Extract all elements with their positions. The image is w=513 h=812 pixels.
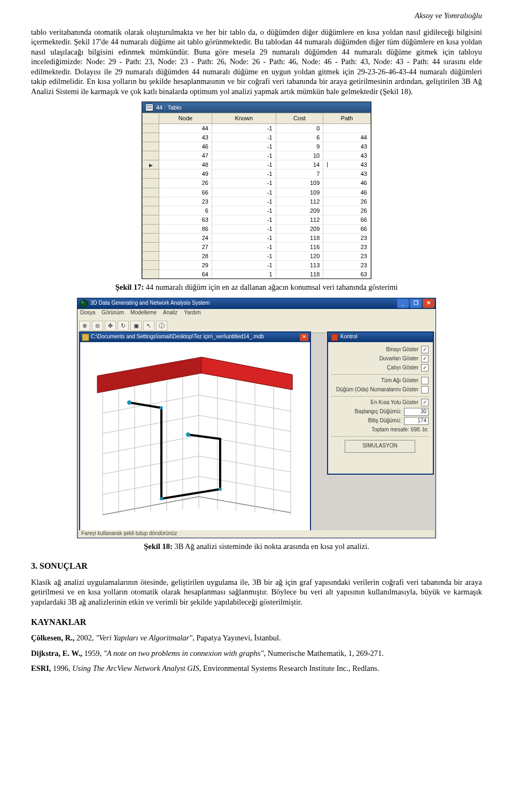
- cell-path: 26: [323, 206, 371, 215]
- zoomin-icon[interactable]: ⊕: [79, 321, 90, 331]
- row-selector[interactable]: [143, 160, 159, 169]
- identify-icon[interactable]: ⓘ: [156, 321, 167, 331]
- row-selector[interactable]: [143, 252, 159, 261]
- chk-bina[interactable]: ✓: [421, 346, 429, 353]
- cell-node: 23: [159, 197, 212, 206]
- cell-node: 6: [159, 206, 212, 215]
- ref1-year: 2002,: [74, 633, 96, 642]
- start-node-label: Başlangıç Düğümü:: [355, 408, 401, 415]
- cell-known: -1: [212, 179, 276, 188]
- chk-tumag-label: Tüm Ağı Göster: [381, 377, 418, 384]
- cell-known: -1: [212, 233, 276, 242]
- fig18-caption-label: Şekil 18:: [144, 542, 173, 551]
- kontrol-title: Kontrol: [340, 334, 357, 341]
- rotate-icon[interactable]: ↻: [118, 321, 129, 331]
- col-node: Node: [159, 113, 212, 123]
- fig17-title-text: 44 : Tablo: [156, 104, 182, 111]
- chk-tumag[interactable]: [421, 377, 429, 384]
- doc-close-button[interactable]: ✕: [300, 334, 308, 341]
- row-selector[interactable]: [143, 215, 159, 224]
- row-selector[interactable]: [143, 179, 159, 188]
- running-head-authors: Aksoy ve Yomralıoğlu: [31, 11, 482, 21]
- row-selector[interactable]: [143, 197, 159, 206]
- row-selector[interactable]: [143, 188, 159, 197]
- row-selector[interactable]: [143, 151, 159, 160]
- row-selector[interactable]: [143, 133, 159, 142]
- total-distance-text: Toplam mesafe: 698. br.: [371, 427, 429, 434]
- pan-icon[interactable]: ✥: [105, 321, 116, 331]
- section-sonuclar: 3. SONUÇLAR: [31, 561, 482, 571]
- ref3-title: Using The ArcView Network Analyst GIS: [72, 664, 199, 672]
- maximize-button[interactable]: ❐: [410, 299, 422, 308]
- menu-gorunum[interactable]: Görünüm: [102, 310, 124, 319]
- row-selector[interactable]: [143, 224, 159, 233]
- body-paragraph-3: Klasik ağ analizi uygulamalarının ötesin…: [31, 577, 482, 607]
- svg-point-17: [219, 488, 222, 491]
- cell-path: 23: [323, 252, 371, 261]
- row-selector[interactable]: [143, 242, 159, 251]
- minimize-button[interactable]: _: [397, 299, 409, 308]
- fig18-caption-text: 3B Ağ analizi sisteminde iki nokta arası…: [173, 542, 369, 551]
- start-node-input[interactable]: 30: [404, 408, 429, 416]
- ref2-rest: , Numerische Mathematik, 1, 269-271.: [264, 649, 384, 658]
- cell-known: -1: [212, 206, 276, 215]
- row-selector[interactable]: [143, 123, 159, 133]
- zoomout-icon[interactable]: ⊖: [92, 321, 103, 331]
- cell-node: 64: [159, 270, 212, 279]
- cell-known: -1: [212, 224, 276, 233]
- menu-modelleme[interactable]: Modelleme: [130, 310, 157, 319]
- cell-path: 66: [323, 224, 371, 233]
- chk-odanum[interactable]: [421, 386, 429, 393]
- ref3-year: 1996,: [51, 664, 72, 672]
- cell-path: 43: [323, 142, 371, 151]
- end-node-input[interactable]: 174: [404, 417, 429, 425]
- cell-node: 43: [159, 133, 212, 142]
- cell-cost: 118: [276, 233, 323, 242]
- ref-esri: ESRI, 1996, Using The ArcView Network An…: [31, 663, 482, 674]
- close-button[interactable]: ✕: [423, 299, 434, 308]
- fig18-doc-title: C:\Documents and Settings\ismail\Desktop…: [91, 334, 264, 341]
- row-selector[interactable]: [143, 169, 159, 179]
- simulasyon-button[interactable]: SIMULASYON: [345, 440, 415, 453]
- ref2-author: Dijkstra, E. W.,: [31, 649, 82, 658]
- rowselector-header: [143, 113, 159, 123]
- fig17-caption: Şekil 17: 44 numaralı düğüm için en az d…: [31, 282, 482, 292]
- ref3-rest: , Environmental Systems Research Institu…: [199, 664, 379, 672]
- cell-cost: 14: [276, 160, 323, 169]
- fig17-table: Node Known Cost Path 44-1043-164446-1943…: [142, 113, 371, 279]
- zoom-extent-icon[interactable]: ▣: [130, 321, 142, 331]
- cell-cost: 118: [276, 270, 323, 279]
- building-3d-canvas[interactable]: [81, 343, 309, 529]
- mdb-icon: [82, 334, 89, 341]
- cell-known: -1: [212, 160, 276, 169]
- ref2-year: 1959,: [82, 649, 104, 658]
- chk-duvar[interactable]: ✓: [421, 355, 429, 362]
- row-selector[interactable]: [143, 261, 159, 270]
- chk-duvar-label: Duvarları Göster: [379, 355, 418, 362]
- chk-kisayol-label: En Kısa Yolu Göster: [370, 399, 418, 406]
- cell-path: 44: [323, 133, 371, 142]
- chk-cati[interactable]: ✓: [421, 364, 429, 372]
- menu-dosya[interactable]: Dosya: [80, 310, 95, 319]
- svg-marker-1: [201, 357, 292, 390]
- menu-analiz[interactable]: Analiz: [163, 310, 177, 319]
- cell-node: 86: [159, 224, 212, 233]
- fig17-datagrid-window: 44 : Tablo Node Known Cost Path 44-1043-…: [142, 102, 371, 279]
- cell-node: 26: [159, 179, 212, 188]
- fig17-caption-label: Şekil 17:: [115, 283, 144, 291]
- cursor-icon[interactable]: ↖: [143, 321, 154, 331]
- row-selector[interactable]: [143, 233, 159, 242]
- chk-odanum-label: Düğüm (Oda) Numaralarını Göster: [336, 386, 418, 393]
- cell-node: 49: [159, 169, 212, 179]
- row-selector[interactable]: [143, 142, 159, 151]
- kontrol-icon: [331, 334, 338, 341]
- row-selector[interactable]: [143, 206, 159, 215]
- menu-yardim[interactable]: Yardım: [184, 310, 201, 319]
- chk-cati-label: Çatıyı Göster: [387, 365, 418, 372]
- cell-known: -1: [212, 123, 276, 133]
- cell-node: 63: [159, 215, 212, 224]
- cell-cost: 120: [276, 252, 323, 261]
- cell-node: 28: [159, 252, 212, 261]
- row-selector[interactable]: [143, 270, 159, 279]
- chk-kisayol[interactable]: ✓: [421, 399, 429, 406]
